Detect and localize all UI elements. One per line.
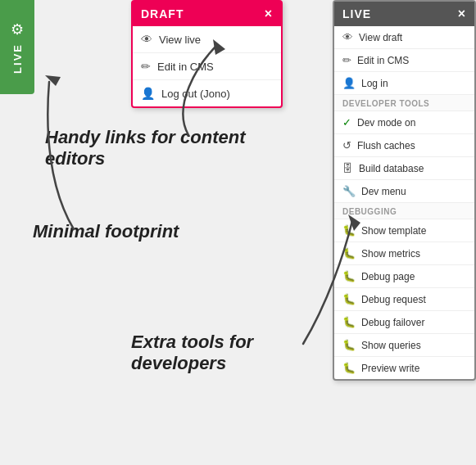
dev-tools-section: DEVELOPER TOOLS: [334, 95, 474, 111]
live-debug-failover[interactable]: 🐛 Debug failover: [334, 311, 474, 334]
live-view-draft-label: View draft: [359, 32, 402, 43]
wrench-icon: 🔧: [342, 185, 356, 197]
live-debug-failover-label: Debug failover: [361, 317, 424, 328]
live-dev-menu[interactable]: 🔧 Dev menu: [334, 180, 474, 203]
live-dev-mode[interactable]: ✓ Dev mode on: [334, 111, 474, 134]
draft-logout[interactable]: 👤 Log out (Jono): [133, 80, 281, 106]
live-show-queries-label: Show queries: [361, 340, 421, 351]
draft-logout-label: Log out (Jono): [161, 88, 230, 100]
gear-icon: ⚙: [11, 20, 24, 38]
draft-close-button[interactable]: ×: [265, 7, 273, 21]
database-icon: 🗄: [342, 162, 353, 174]
bug-icon: 🐛: [342, 316, 356, 328]
annotation-developers: Extra tools for developers: [131, 332, 320, 375]
live-popup: LIVE × 👁 View draft ✏ Edit in CMS 👤 Log …: [333, 0, 476, 381]
live-close-button[interactable]: ×: [458, 7, 466, 21]
bug-icon: 🐛: [342, 270, 356, 282]
eye-icon: 👁: [141, 33, 152, 46]
eye-icon: 👁: [342, 31, 353, 43]
live-debug-page-label: Debug page: [361, 271, 415, 282]
live-view-draft[interactable]: 👁 View draft: [334, 26, 474, 49]
live-title: LIVE: [342, 7, 371, 20]
bug-icon: 🐛: [342, 339, 356, 351]
refresh-icon: ↺: [342, 139, 351, 151]
live-build-database-label: Build database: [359, 163, 424, 174]
live-tab-label: LIVE: [11, 43, 24, 74]
bug-icon: 🐛: [342, 224, 356, 237]
live-dev-menu-label: Dev menu: [361, 186, 406, 197]
edit-icon: ✏: [141, 60, 151, 73]
live-flush-caches[interactable]: ↺ Flush caches: [334, 134, 474, 157]
bug-icon: 🐛: [342, 247, 356, 260]
live-show-template[interactable]: 🐛 Show template: [334, 219, 474, 242]
live-flush-caches-label: Flush caches: [357, 140, 415, 151]
draft-view-live[interactable]: 👁 View live: [133, 26, 281, 53]
live-show-template-label: Show template: [361, 225, 426, 237]
bug-icon: 🐛: [342, 293, 356, 305]
check-icon: ✓: [342, 116, 351, 129]
live-edit-cms[interactable]: ✏ Edit in CMS: [334, 49, 474, 72]
debugging-section: DEBUGGING: [334, 203, 474, 219]
svg-marker-1: [45, 75, 61, 86]
edit-icon: ✏: [342, 54, 351, 66]
live-debug-request[interactable]: 🐛 Debug request: [334, 288, 474, 311]
live-header: LIVE ×: [334, 2, 474, 26]
draft-edit-cms[interactable]: ✏ Edit in CMS: [133, 53, 281, 80]
draft-header: DRAFT ×: [133, 2, 281, 26]
live-debug-request-label: Debug request: [361, 294, 426, 305]
live-build-database[interactable]: 🗄 Build database: [334, 157, 474, 180]
live-dev-mode-label: Dev mode on: [357, 117, 415, 129]
live-login-label: Log in: [361, 78, 388, 89]
draft-view-live-label: View live: [159, 34, 201, 46]
annotation-editors: Handy links for content editors: [45, 127, 258, 170]
live-edit-cms-label: Edit in CMS: [357, 55, 409, 66]
annotation-footprint: Minimal footprint: [33, 221, 197, 242]
bug-icon: 🐛: [342, 362, 356, 374]
draft-title: DRAFT: [141, 7, 184, 20]
live-login[interactable]: 👤 Log in: [334, 72, 474, 95]
user-icon: 👤: [141, 87, 155, 100]
draft-edit-cms-label: Edit in CMS: [157, 61, 214, 73]
live-preview-write-label: Preview write: [361, 363, 419, 374]
live-debug-page[interactable]: 🐛 Debug page: [334, 265, 474, 288]
live-tab[interactable]: ⚙ LIVE: [0, 0, 34, 94]
live-show-queries[interactable]: 🐛 Show queries: [334, 334, 474, 357]
live-show-metrics[interactable]: 🐛 Show metrics: [334, 242, 474, 265]
live-show-metrics-label: Show metrics: [361, 248, 420, 260]
live-preview-write[interactable]: 🐛 Preview write: [334, 357, 474, 379]
user-icon: 👤: [342, 77, 356, 89]
draft-popup: DRAFT × 👁 View live ✏ Edit in CMS 👤 Log …: [131, 0, 283, 108]
